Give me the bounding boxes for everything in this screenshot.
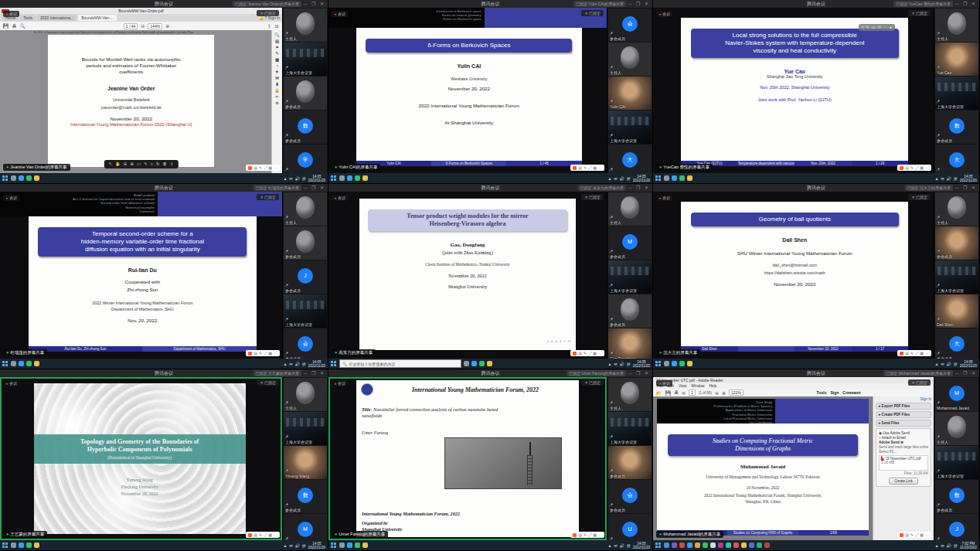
meeting-toolbar[interactable]: ▤✎⤢▦⋯ — [570, 350, 604, 356]
start-button[interactable] — [331, 175, 337, 182]
meeting-tool-icon[interactable]: ✎ — [259, 351, 262, 355]
participant-tile[interactable]: 🎤上海大学会议室 — [608, 111, 652, 144]
pane-section[interactable]: ▸ Create PDF Files — [876, 411, 931, 418]
participant-tile[interactable]: 🎤主持人 — [935, 192, 978, 226]
taskbar-app-icon[interactable] — [355, 542, 360, 548]
page-field[interactable]: 1 — [689, 389, 696, 396]
window-tab[interactable]: 已固定 YueCao 曹悦的屏幕共享 — [893, 1, 953, 7]
tray-icon[interactable]: 🔊 — [620, 176, 624, 181]
taskbar-app-icon[interactable] — [464, 361, 469, 366]
create-link-button[interactable]: Create Link — [889, 478, 918, 485]
meeting-tool-icon[interactable]: ✎ — [259, 165, 262, 170]
participant-tile[interactable]: 🎤主持人 — [608, 192, 652, 226]
window-tab[interactable]: 已固定 沈大立的屏幕共享 — [905, 185, 953, 191]
pane-link-comment[interactable]: Comment — [842, 390, 860, 395]
meeting-tool-icon[interactable]: ▤ — [254, 165, 257, 170]
participant-tile[interactable]: 会🎤参会成员 — [608, 9, 652, 42]
taskbar-app-icon[interactable] — [672, 175, 677, 181]
system-tray[interactable]: ▲✉🔊拼7:02 PM11/19/2022 — [934, 542, 977, 549]
participant-tile[interactable]: 🎤Yimeng Wang — [284, 446, 327, 479]
floating-tool-icon[interactable]: ✎ — [144, 162, 148, 167]
window-tab[interactable]: 已固定 杜瑞莲的屏幕共享 — [254, 185, 301, 191]
taskbar-app-icon[interactable] — [339, 542, 345, 548]
window-tab[interactable]: 已固定 高东方的屏幕共享 — [578, 185, 626, 191]
participant-tile[interactable]: 学🎤参会成员 — [284, 145, 327, 173]
taskbar-app-icon[interactable] — [741, 542, 747, 548]
meeting-tool-icon[interactable]: ⤢ — [915, 165, 918, 170]
radio-attach-email[interactable]: ○ Attach to Email — [879, 436, 928, 440]
taskbar-app-icon[interactable] — [11, 175, 16, 181]
start-button[interactable] — [331, 542, 337, 549]
pinned-tab[interactable]: ✕ 已固定 — [908, 194, 931, 200]
share-icon[interactable]: ⇪ — [267, 23, 271, 29]
tray-icon[interactable]: 🔊 — [947, 176, 951, 181]
meeting-tool-icon[interactable]: ▦ — [593, 532, 597, 537]
taskbar-app-icon[interactable] — [749, 542, 754, 548]
meeting-toolbar[interactable]: ▤✎⤢▦⋯ — [246, 350, 280, 356]
start-button[interactable] — [2, 361, 9, 367]
acrobat-tab[interactable]: 2022 Internationa... — [37, 15, 77, 21]
tool-rail-icon[interactable]: 🔍 — [274, 32, 280, 37]
tray-icon[interactable]: ▲ — [283, 362, 287, 366]
tool-rail-icon[interactable]: ▤ — [275, 39, 279, 43]
system-tray[interactable]: ▲✉🔊拼14:052022/11/20 — [607, 175, 650, 182]
meeting-tool-icon[interactable]: ✎ — [259, 532, 262, 537]
meeting-tool-icon[interactable]: ▤ — [905, 165, 909, 170]
window-controls[interactable]: ─ ❐ ✕ — [955, 369, 977, 377]
pinned-tab[interactable]: ✕ 已固定 — [257, 194, 279, 200]
tray-icon[interactable]: 🔊 — [295, 362, 300, 366]
taskbar-app-icon[interactable] — [726, 542, 731, 548]
menu-item[interactable]: Window — [691, 384, 704, 388]
meeting-tool-icon[interactable]: ⤢ — [588, 532, 591, 537]
meeting-tool-icon[interactable]: ▦ — [593, 165, 597, 170]
meeting-toolbar[interactable]: ▤✎⤢▦⋯ — [897, 532, 931, 538]
taskbar-app-icon[interactable] — [664, 542, 669, 548]
pinned-tab[interactable]: ✕ 已固定 — [908, 10, 931, 16]
participant-tile[interactable]: 大🎤参会成员 — [935, 145, 978, 173]
annotation-icon[interactable]: 🖱 — [862, 25, 864, 30]
tray-icon[interactable]: ✉ — [289, 362, 292, 366]
taskbar-app-icon[interactable] — [672, 361, 677, 366]
taskbar-app-icon[interactable] — [687, 175, 692, 181]
tool-rail-icon[interactable]: 🔒 — [274, 88, 280, 93]
participant-tile[interactable]: 🎤主持人 — [284, 378, 327, 411]
participant-tile[interactable]: M🎤参会成员 — [284, 514, 327, 540]
tray-icon[interactable]: ✉ — [289, 543, 292, 548]
tool-rail-icon[interactable]: ◔ — [276, 63, 278, 68]
participant-tile[interactable]: 🎤参会成员 — [608, 446, 652, 479]
taskbar-app-icon[interactable] — [362, 542, 368, 548]
tray-icon[interactable]: 拼 — [627, 176, 631, 181]
floating-tool-icon[interactable]: ⌗ — [151, 162, 153, 167]
meeting-tool-icon[interactable]: ⋯ — [598, 532, 602, 537]
open-icon[interactable]: 📂 — [656, 390, 662, 396]
participant-tile[interactable]: 🎤上海大学会议室 — [608, 412, 652, 445]
system-tray[interactable]: ▲✉🔊拼14:052022/11/20 — [934, 360, 977, 368]
meeting-tool-icon[interactable]: ⤢ — [588, 351, 591, 355]
pinned-tab[interactable]: ✕ 已固定 — [908, 379, 931, 386]
meeting-tool-icon[interactable]: ✎ — [910, 165, 914, 170]
meeting-tool-icon[interactable]: ✎ — [910, 532, 914, 537]
zoom-in-icon[interactable]: ⊕ — [722, 390, 726, 396]
taskbar-app-icon[interactable] — [34, 175, 39, 181]
floating-tool-icon[interactable]: ⇪ — [170, 162, 174, 167]
annotation-icon[interactable]: ✎ — [866, 25, 869, 30]
participant-tile[interactable]: 大🎤参会成员 — [935, 328, 978, 359]
floating-tool-icon[interactable]: 🗑 — [163, 162, 168, 167]
window-controls[interactable]: ─ ❐ ✕ — [628, 184, 650, 192]
tool-rail-icon[interactable]: ⬇ — [275, 82, 279, 87]
tray-icon[interactable]: ▲ — [283, 543, 287, 548]
tray-icon[interactable]: ▲ — [934, 176, 938, 181]
acrobat-floating-toolbar[interactable]: ↖✋⊖⊕▭✎⌗↻🗑⇪ — [104, 160, 178, 168]
meeting-tool-icon[interactable]: ▦ — [268, 351, 272, 355]
tray-icon[interactable]: 拼 — [302, 362, 306, 366]
participant-tile[interactable]: 🎤主持人 — [284, 192, 327, 226]
window-controls[interactable]: ─ ❐ ✕ — [304, 184, 325, 192]
annotation-icon[interactable]: ⋯ — [883, 25, 887, 30]
participant-tile[interactable]: 🎤上海大学会议室 — [284, 43, 327, 76]
select-file-link[interactable]: Select Fil... — [879, 450, 928, 454]
annotation-toolbar[interactable]: 🖱✎▭⟲⋯● — [859, 24, 895, 31]
system-tray[interactable]: ▲✉🔊拼14:052022/11/20 — [283, 542, 325, 549]
taskbar-app-icon[interactable] — [764, 542, 770, 548]
tray-icon[interactable]: 拼 — [954, 543, 958, 548]
tray-icon[interactable]: 拼 — [627, 543, 631, 548]
